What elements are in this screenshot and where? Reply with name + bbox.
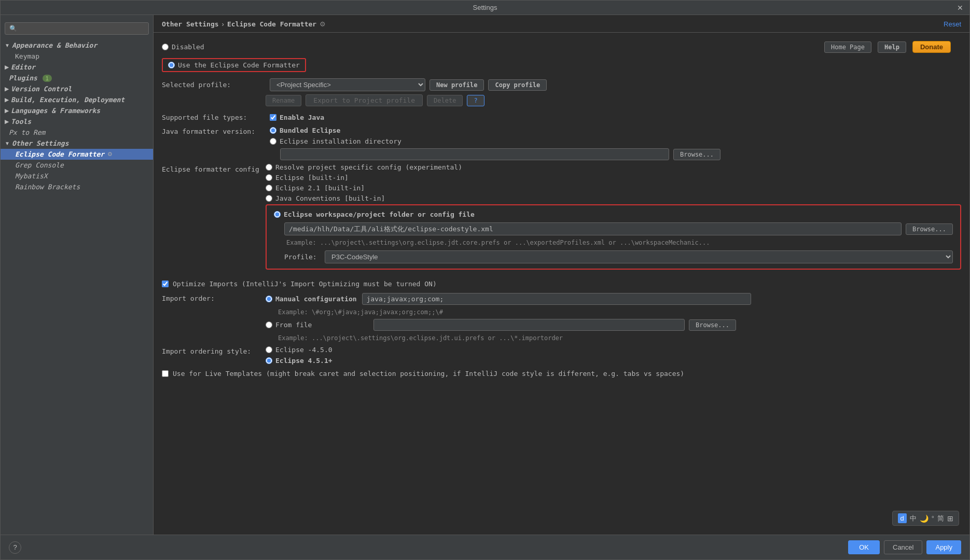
bundled-eclipse-option[interactable]: Bundled Eclipse bbox=[270, 127, 720, 134]
sidebar-item-tools[interactable]: ▶ Tools bbox=[1, 116, 153, 127]
optimize-imports-checkbox[interactable] bbox=[162, 281, 169, 287]
disabled-radio[interactable] bbox=[162, 44, 169, 50]
toolbar-d-icon[interactable]: d bbox=[898, 513, 907, 523]
enable-java-checkbox-option[interactable]: Enable Java bbox=[270, 114, 324, 121]
formatter-mode-row: Disabled Home Page Help Donate bbox=[162, 41, 961, 53]
eclipse-451-label: Eclipse 4.5.1+ bbox=[275, 357, 332, 365]
new-profile-button[interactable]: New profile bbox=[429, 79, 484, 91]
example-text-row: Example: ...\project\.settings\org.eclip… bbox=[284, 239, 953, 246]
eclipse-installation-radio[interactable] bbox=[270, 138, 276, 145]
java-conventions-option[interactable]: Java Conventions [built-in] bbox=[266, 194, 961, 202]
export-to-project-button[interactable]: Export to Project profile bbox=[306, 94, 423, 106]
browse-config-button[interactable]: Browse... bbox=[906, 223, 953, 235]
sidebar-item-px-to-rem[interactable]: Px to Rem bbox=[1, 127, 153, 138]
manual-config-radio[interactable] bbox=[266, 296, 272, 302]
search-input[interactable] bbox=[5, 22, 149, 35]
copy-profile-button[interactable]: Copy profile bbox=[488, 79, 547, 91]
help-button[interactable]: Help bbox=[878, 41, 906, 53]
use-eclipse-radio[interactable] bbox=[168, 62, 175, 68]
dialog-title: Settings bbox=[473, 4, 497, 11]
sidebar-item-grep-console[interactable]: Grep Console bbox=[1, 160, 153, 171]
profile-select[interactable]: P3C-CodeStyle bbox=[325, 250, 953, 263]
bundled-eclipse-label: Bundled Eclipse bbox=[280, 127, 340, 134]
sidebar-item-rainbow-brackets[interactable]: Rainbow Brackets bbox=[1, 181, 153, 192]
sidebar-item-build[interactable]: ▶ Build, Execution, Deployment bbox=[1, 94, 153, 105]
cancel-button[interactable]: Cancel bbox=[884, 540, 922, 554]
config-path-input[interactable] bbox=[284, 222, 902, 235]
apply-button[interactable]: Apply bbox=[926, 540, 961, 554]
sidebar-item-label: Grep Console bbox=[15, 161, 64, 169]
browse-dir-button[interactable]: Browse... bbox=[673, 149, 720, 160]
import-ordering-style-label: Import ordering style: bbox=[162, 346, 266, 355]
toolbar-simplified-icon[interactable]: 简 bbox=[937, 514, 944, 523]
disabled-radio-option[interactable]: Disabled bbox=[162, 43, 204, 51]
live-templates-checkbox[interactable] bbox=[162, 370, 169, 377]
optimize-imports-label: Optimize Imports (IntelliJ's Import Opti… bbox=[173, 280, 437, 288]
toolbar-degree-icon[interactable]: ° bbox=[932, 514, 934, 522]
sidebar-item-other-settings[interactable]: ▼ Other Settings bbox=[1, 138, 153, 149]
eclipse-workspace-radio[interactable] bbox=[274, 211, 281, 218]
rename-button[interactable]: Rename bbox=[266, 95, 301, 106]
chevron-right-icon4: ▶ bbox=[5, 108, 9, 114]
sidebar-item-editor[interactable]: ▶ Editor bbox=[1, 62, 153, 73]
eclipse-builtin-radio[interactable] bbox=[266, 174, 272, 181]
content-panel: Other Settings › Eclipse Code Formatter … bbox=[154, 15, 969, 535]
sidebar-item-mybatisx[interactable]: MybatisX bbox=[1, 171, 153, 181]
manual-config-input[interactable] bbox=[362, 293, 751, 305]
java-version-options: Bundled Eclipse Eclipse installation dir… bbox=[270, 127, 720, 160]
sidebar-item-eclipse-formatter[interactable]: Eclipse Code Formatter ⚙ bbox=[1, 149, 153, 160]
eclipse21-builtin-radio[interactable] bbox=[266, 185, 272, 191]
eclipse21-builtin-option[interactable]: Eclipse 2.1 [built-in] bbox=[266, 184, 961, 192]
ok-button[interactable]: OK bbox=[848, 540, 880, 554]
java-conventions-radio[interactable] bbox=[266, 195, 272, 202]
browse-import-button[interactable]: Browse... bbox=[689, 319, 736, 331]
toolbar-chinese-icon[interactable]: 中 bbox=[910, 514, 917, 523]
delete-button[interactable]: Delete bbox=[427, 95, 463, 106]
eclipse-dir-input[interactable] bbox=[280, 148, 669, 160]
resolve-project-option[interactable]: Resolve project specific config (experim… bbox=[266, 163, 961, 171]
footer: ? OK Cancel Apply bbox=[1, 535, 969, 559]
toolbar-moon-icon[interactable]: 🌙 bbox=[920, 514, 929, 523]
sidebar-item-label: Appearance & Behavior bbox=[12, 41, 97, 49]
eclipse-451-radio[interactable] bbox=[266, 357, 272, 364]
manual-config-option[interactable]: Manual configuration bbox=[266, 295, 357, 303]
java-formatter-version-row: Java formatter version: Bundled Eclipse … bbox=[162, 127, 961, 160]
sidebar-item-label: Keymap bbox=[15, 52, 39, 60]
eclipse-451-option[interactable]: Eclipse 4.5.1+ bbox=[266, 357, 332, 365]
eclipse-workspace-label: Eclipse workspace/project folder or conf… bbox=[284, 211, 475, 218]
eclipse-450-option[interactable]: Eclipse -4.5.0 bbox=[266, 346, 332, 354]
sidebar-item-label: Editor bbox=[11, 63, 35, 71]
home-page-button[interactable]: Home Page bbox=[824, 41, 871, 53]
sidebar-item-label: Other Settings bbox=[12, 139, 69, 147]
sidebar-item-plugins[interactable]: Plugins 1 bbox=[1, 73, 153, 83]
profile-dropdown[interactable]: <Project Specific> bbox=[270, 78, 425, 91]
profile-actions-row: Rename Export to Project profile Delete … bbox=[266, 94, 961, 106]
donate-button[interactable]: Donate bbox=[912, 41, 951, 53]
sidebar: ▼ Appearance & Behavior Keymap ▶ Editor … bbox=[1, 15, 154, 535]
footer-help-icon[interactable]: ? bbox=[9, 541, 21, 554]
import-ordering-style-section: Import ordering style: Eclipse -4.5.0 Ec… bbox=[162, 346, 961, 365]
from-file-option[interactable]: From file bbox=[266, 321, 369, 329]
search-box[interactable] bbox=[5, 22, 149, 35]
java-formatter-version-label: Java formatter version: bbox=[162, 127, 266, 135]
from-file-input[interactable] bbox=[373, 319, 685, 331]
sidebar-item-appearance-behavior[interactable]: ▼ Appearance & Behavior bbox=[1, 40, 153, 51]
eclipse-workspace-option[interactable]: Eclipse workspace/project folder or conf… bbox=[274, 211, 953, 218]
use-eclipse-radio-option[interactable]: Use the Eclipse Code Formatter bbox=[168, 61, 300, 69]
sidebar-item-version-control[interactable]: ▶ Version Control bbox=[1, 83, 153, 94]
eclipse-installation-option[interactable]: Eclipse installation directory bbox=[270, 137, 720, 145]
eclipse-builtin-option[interactable]: Eclipse [built-in] bbox=[266, 174, 961, 181]
help-icon-button[interactable]: ? bbox=[467, 95, 484, 106]
sidebar-item-keymap[interactable]: Keymap bbox=[1, 51, 153, 62]
sidebar-item-languages[interactable]: ▶ Languages & Frameworks bbox=[1, 105, 153, 116]
from-file-radio[interactable] bbox=[266, 321, 272, 328]
reset-button[interactable]: Reset bbox=[944, 20, 961, 28]
toolbar-grid-icon[interactable]: ⊞ bbox=[947, 514, 953, 523]
from-file-label: From file bbox=[275, 321, 312, 329]
eclipse-450-radio[interactable] bbox=[266, 346, 272, 353]
enable-java-checkbox[interactable] bbox=[270, 114, 276, 121]
resolve-project-radio[interactable] bbox=[266, 164, 272, 171]
selected-profile-label: Selected profile: bbox=[162, 81, 266, 89]
close-button[interactable]: ✕ bbox=[957, 4, 963, 12]
bundled-eclipse-radio[interactable] bbox=[270, 127, 276, 134]
